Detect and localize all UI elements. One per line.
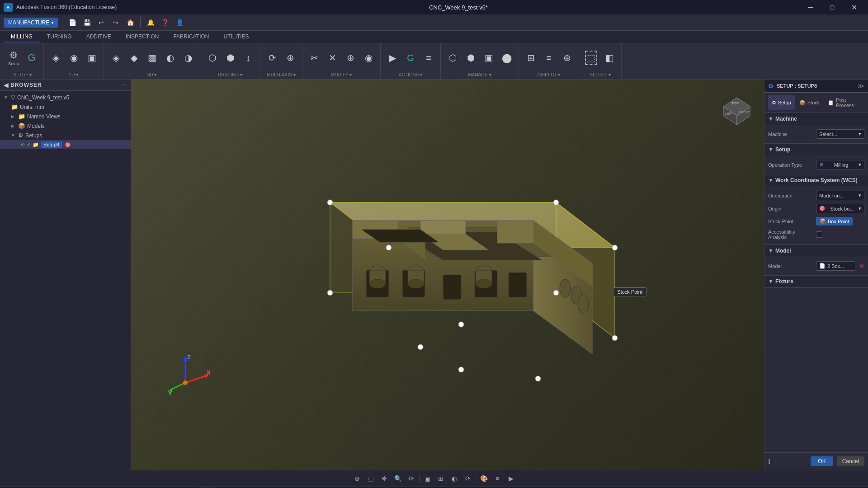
modify-btn2[interactable]: ✕	[324, 51, 340, 65]
drill-btn2[interactable]: ⬢	[222, 51, 238, 65]
tab-fabrication[interactable]: FABRICATION	[166, 32, 216, 42]
tab-stock[interactable]: 📦 Stock	[796, 95, 824, 110]
setup-section-body: Operation Type ⚙ Milling ▾	[764, 155, 868, 174]
3d-btn2[interactable]: ◆	[126, 51, 142, 65]
help-btn[interactable]: ❓	[159, 16, 171, 29]
svg-marker-10	[497, 221, 533, 243]
tab-additive[interactable]: ADDITIVE	[79, 32, 118, 42]
browser-options-icon[interactable]: ⋯	[122, 82, 127, 88]
home-btn[interactable]: 🏠	[124, 16, 137, 29]
btm-zoom-btn[interactable]: 🔍	[392, 473, 404, 484]
select-btn2[interactable]: ◧	[601, 51, 618, 65]
inspect-btn2[interactable]: ≡	[541, 52, 557, 65]
modify-btn3[interactable]: ⊕	[342, 51, 359, 65]
btm-pan-btn[interactable]: ✥	[378, 473, 390, 484]
tree-units[interactable]: 📁 Units: mm	[0, 102, 131, 112]
actions-btn2[interactable]: G	[402, 52, 419, 65]
accessibility-checkbox[interactable]	[816, 231, 822, 238]
btm-color-btn[interactable]: 🎨	[478, 473, 490, 484]
actions-btn3[interactable]: ≡	[420, 52, 437, 65]
tab-utilities[interactable]: UTILITIES	[217, 32, 256, 42]
cancel-button[interactable]: Cancel	[837, 456, 864, 466]
machine-section-header[interactable]: ▼ Machine	[764, 113, 868, 125]
manage-btn2[interactable]: ⬢	[462, 51, 479, 65]
manage-btn4[interactable]: ⬤	[499, 51, 515, 65]
manage-btn1[interactable]: ⬡	[444, 51, 461, 65]
tree-setups[interactable]: ▼ ⚙ Setups	[0, 131, 131, 140]
select-btn1[interactable]: ⬚	[583, 49, 599, 66]
btm-snap-btn[interactable]: ⊕	[351, 473, 363, 484]
stock-point-label-field: Stock Point	[768, 219, 813, 224]
tree-root[interactable]: ▼ ▽ CNC_Week 9_test v5	[0, 93, 131, 102]
2d-btn2[interactable]: ◉	[66, 51, 82, 65]
setup-btn[interactable]: ⚙ Setup	[5, 48, 22, 67]
btm-visual-btn[interactable]: ◐	[448, 473, 460, 484]
setup-g-btn[interactable]: G	[24, 51, 40, 65]
tree-setup8[interactable]: 👁 ✔ 📁 Setup8 🎯	[0, 140, 131, 149]
btm-env-btn[interactable]: ⟳	[462, 473, 474, 484]
panel-expand-icon[interactable]: ≫	[858, 82, 864, 89]
model-remove-btn[interactable]: ✕	[859, 263, 864, 270]
model-value-display: 📄 2 Box...	[816, 261, 855, 271]
fixture-section-header[interactable]: ▼ Fixture	[764, 276, 868, 287]
manufacture-dropdown-btn[interactable]: MANUFACTURE ▾	[4, 18, 58, 28]
drill-btn3[interactable]: ↕	[240, 52, 256, 65]
operation-type-select[interactable]: ⚙ Milling ▾	[816, 160, 864, 169]
redo-btn[interactable]: ↪	[109, 16, 122, 29]
3d-btn4[interactable]: ◐	[162, 51, 178, 65]
modify-btn1[interactable]: ✂	[306, 51, 322, 65]
multiaxis-btn2[interactable]: ⊕	[282, 51, 298, 65]
btm-display-btn[interactable]: ⊞	[435, 473, 447, 484]
tab-setup[interactable]: ⚙ Setup	[768, 95, 795, 110]
notifications-btn[interactable]: 🔔	[144, 16, 157, 29]
btm-filter-btn[interactable]: ≡	[491, 473, 503, 484]
multiaxis-group-label: MULTI-AXIS ▾	[267, 70, 295, 77]
browser-collapse-icon[interactable]: ◀	[4, 81, 9, 89]
tab-turning[interactable]: TURNING	[40, 32, 79, 42]
origin-select[interactable]: 🎯 Stock bo... ▾	[816, 204, 864, 213]
ok-button[interactable]: OK	[811, 456, 833, 466]
account-btn[interactable]: 👤	[173, 16, 186, 29]
2d-btn1[interactable]: ◈	[47, 51, 64, 65]
new-btn[interactable]: 📄	[66, 16, 79, 29]
drill-btn1[interactable]: ⬡	[204, 51, 220, 65]
tab-post-process[interactable]: 📋 Post Process	[824, 95, 864, 110]
actions-btn1[interactable]: ▶	[384, 51, 401, 65]
inspect-btn1[interactable]: ⊞	[523, 51, 539, 65]
close-btn[interactable]: ✕	[844, 0, 864, 14]
3d-btn5[interactable]: ◑	[180, 51, 196, 65]
orientation-select[interactable]: Model ori... ▾	[816, 191, 864, 200]
modify-btn4[interactable]: ◉	[360, 51, 377, 65]
tab-milling[interactable]: MILLING	[4, 32, 40, 42]
3d-btn1[interactable]: ◈	[108, 51, 124, 65]
maximize-btn[interactable]: □	[822, 0, 843, 14]
machine-select[interactable]: Select... ▾	[816, 129, 864, 139]
undo-btn[interactable]: ↩	[95, 16, 108, 29]
tree-named-views[interactable]: ▶ 📁 Named Views	[0, 112, 131, 121]
wcs-section-header[interactable]: ▼ Work Coordinate System (WCS)	[764, 174, 868, 186]
btm-play-btn[interactable]: ▶	[505, 473, 517, 484]
manage-btn3[interactable]: ▣	[481, 51, 497, 65]
ribbon-group-3d: ◈ ◆ ▩ ◐ ◑ 3D ▾	[104, 43, 200, 79]
btm-orbit-btn[interactable]: ⟳	[406, 473, 417, 484]
model-section-header[interactable]: ▼ Model	[764, 245, 868, 257]
3d-btn3[interactable]: ▩	[144, 51, 160, 65]
save-btn[interactable]: 💾	[80, 16, 93, 29]
minimize-btn[interactable]: ─	[800, 0, 821, 14]
manufacture-label: MANUFACTURE	[8, 19, 49, 26]
2d-btn3[interactable]: ▣	[84, 51, 100, 65]
viewport[interactable]: Z X Y Stock Point TOP	[131, 80, 764, 470]
multiaxis-btn1[interactable]: ⟳	[264, 51, 280, 65]
inspect-btn3[interactable]: ⊕	[559, 51, 575, 65]
info-icon[interactable]: ℹ	[768, 458, 770, 465]
box-point-btn[interactable]: 📦 Box Point	[816, 217, 853, 225]
setup-section-header[interactable]: ▼ Setup	[764, 144, 868, 155]
window-controls: ─ □ ✕	[800, 0, 864, 14]
btm-grid-btn[interactable]: ▣	[421, 473, 433, 484]
view-cube[interactable]: TOP LEFT FRONT	[714, 89, 750, 125]
tree-models[interactable]: ▶ 📦 Models	[0, 121, 131, 131]
tab-inspection[interactable]: INSPECTION	[118, 32, 166, 42]
visibility-eye[interactable]: 👁	[20, 142, 25, 147]
operation-type-field: Operation Type ⚙ Milling ▾	[768, 158, 864, 171]
btm-camera-btn[interactable]: ⬚	[365, 473, 377, 484]
